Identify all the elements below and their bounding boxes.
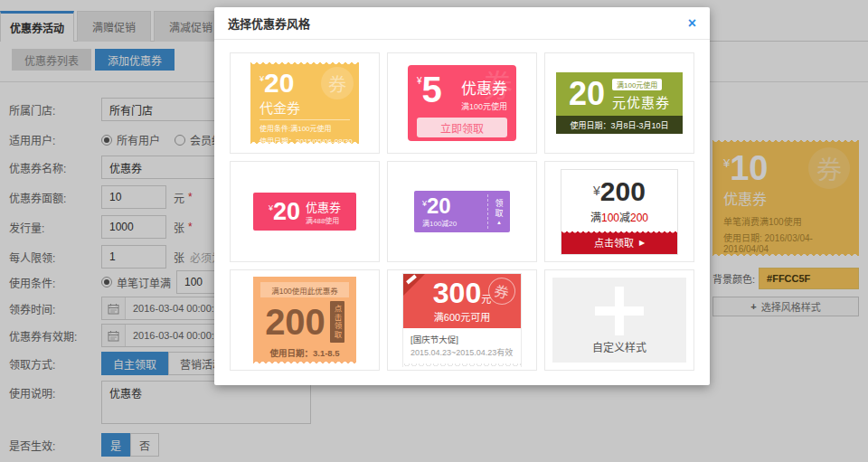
coupon-style-option-4[interactable]: ¥20 优惠券 满488使用: [230, 161, 380, 262]
coupon-card-orange: 满100使用此优惠券 200 点击领取 使用日期：3.1-8.5: [253, 277, 356, 363]
coupon-style-option-6[interactable]: ¥200 满100减200 点击领取 ▶: [544, 161, 694, 262]
coupon3-condition-badge: 满100元使用: [612, 79, 662, 90]
coupon-stamp-icon: 券: [321, 67, 354, 99]
coupon6-amount: ¥200: [561, 170, 677, 205]
coupon7-main: 200 点击领取: [260, 301, 349, 343]
coupon1-condition: 使用条件:满100元使用: [259, 123, 350, 133]
click-claim-button[interactable]: 点击领取: [330, 301, 344, 343]
coupon2-condition: 满100元使用: [461, 100, 507, 112]
coupon2-right: 优惠券 满100元使用: [461, 76, 507, 112]
coupon3-number: 20: [569, 78, 605, 110]
coupon-card-purple: ¥20 满100减20 领取 ▲: [414, 191, 510, 232]
coupon-style-option-7[interactable]: 满100使用此优惠券 200 点击领取 使用日期：3.1-8.5: [230, 269, 380, 371]
coupon8-white-section: [国庆节大促] 2015.04.23~2015.04.23有效: [403, 328, 521, 363]
coupon2-name: 优惠券: [461, 76, 507, 99]
coupon1-name: 代金券: [259, 98, 350, 120]
coupon-style-option-2[interactable]: 券 ¥5 优惠券 满100元使用 立即领取: [387, 52, 537, 154]
coupon2-amount: ¥5: [417, 72, 442, 107]
close-icon[interactable]: ×: [688, 16, 696, 31]
coupon3-date-bar: 使用日期：3月8日-3月10日: [556, 116, 683, 134]
coupon-card-white-red: ¥200 满100减200 点击领取 ▶: [561, 169, 678, 255]
coupon7-number: 200: [265, 305, 326, 339]
coupon7-date: 使用日期：3.1-8.5: [260, 346, 349, 359]
coupon3-name: 元优惠券: [612, 92, 670, 111]
coupon8-number: 300: [433, 277, 481, 309]
coupon5-left: ¥20 满100减20: [414, 191, 487, 232]
triangle-right-icon: ▶: [639, 239, 645, 247]
coupon6-cond-num2: 200: [630, 212, 648, 224]
custom-style-card: 自定义样式: [552, 278, 686, 363]
modal-body: ¥20 代金券 使用条件:满100元使用 使用日期：2015/05/06-08/…: [214, 40, 710, 385]
coupon4-right: 优惠券 满488使用: [306, 198, 341, 225]
wavy-edge: [403, 363, 521, 367]
modal-header: 选择优惠券风格 ×: [214, 7, 710, 40]
coupon5-condition: 满100减20: [422, 218, 487, 228]
custom-style-label: 自定义样式: [592, 339, 646, 354]
coupon-style-option-1[interactable]: ¥20 代金券 使用条件:满100元使用 使用日期：2015/05/06-08/…: [230, 52, 380, 154]
coupon8-date: 2015.04.23~2015.04.23有效: [410, 346, 514, 358]
click-claim-button[interactable]: 点击领取 ▶: [561, 231, 677, 254]
coupon-card-yellow: ¥20 代金券 使用条件:满100元使用 使用日期：2015/05/06-08/…: [250, 62, 359, 144]
coupon2-top: ¥5 优惠券 满100元使用: [417, 72, 507, 112]
coupon8-condition: 满600元可用: [434, 309, 490, 324]
coupon4-condition: 满488使用: [306, 215, 341, 225]
coupon-style-grid: ¥20 代金券 使用条件:满100元使用 使用日期：2015/05/06-08/…: [230, 52, 694, 371]
coupon-style-option-5[interactable]: ¥20 满100减20 领取 ▲: [387, 161, 537, 262]
coupon6-cond-num1: 100: [601, 212, 619, 224]
coupon8-amount: 300元: [433, 278, 491, 307]
coupon6-currency: ¥: [593, 184, 600, 198]
coupon-style-option-8[interactable]: 券 300元 满600元可用 [国庆节大促] 2015.04.23~2015.0…: [387, 269, 537, 371]
coupon-style-option-3[interactable]: 20 满100元使用 元优惠券 使用日期：3月8日-3月10日: [544, 52, 694, 154]
coupon6-condition: 满100减200: [561, 209, 677, 224]
modal-title: 选择优惠券风格: [228, 14, 310, 32]
coupon5-number: 20: [427, 193, 451, 218]
plus-icon: [595, 287, 644, 335]
coupon1-number: 20: [264, 68, 294, 98]
coupon-card-rose: ¥20 优惠券 满488使用: [253, 193, 356, 231]
coupon4-amount: ¥20: [269, 200, 300, 224]
claim-now-button[interactable]: 立即领取: [417, 118, 507, 137]
coupon-card-green: 20 满100元使用 元优惠券 使用日期：3月8日-3月10日: [556, 72, 683, 134]
coupon7-banner: 满100使用此优惠券: [260, 282, 349, 297]
coupon4-number: 20: [273, 198, 300, 225]
coupon2-number: 5: [422, 70, 442, 109]
coupon3-main: 20 满100元使用 元优惠券: [556, 72, 683, 116]
coupon5-claim[interactable]: 领取 ▲: [488, 191, 510, 232]
coupon-style-modal: 选择优惠券风格 × ¥20 代金券 使用条件:满100元使用 使用日期：2015…: [214, 7, 710, 385]
coupon3-right: 满100元使用 元优惠券: [612, 78, 670, 111]
coupon-card-pink: 券 ¥5 优惠券 满100元使用 立即领取: [408, 65, 516, 141]
triangle-up-icon: ▲: [496, 220, 502, 225]
click-claim-label: 点击领取: [594, 235, 634, 250]
claim-label: 领取: [494, 199, 505, 219]
coupon4-name: 优惠券: [306, 198, 341, 215]
coupon6-cond-text2: 减: [619, 212, 630, 224]
coupon-style-option-custom[interactable]: 自定义样式: [544, 269, 694, 371]
coupon5-amount: ¥20: [422, 195, 487, 217]
coupon8-tag: [国庆节大促]: [410, 333, 514, 345]
coupon-card-red-white: 券 300元 满600元可用 [国庆节大促] 2015.04.23~2015.0…: [402, 273, 522, 367]
coupon8-red-section: 券 300元 满600元可用: [403, 274, 521, 328]
coupon1-date: 使用日期：2015/05/06-08/30: [259, 136, 350, 146]
corner-ribbon-icon: [403, 274, 425, 296]
coupon6-number: 200: [600, 176, 646, 206]
coupon6-cond-text1: 满: [590, 212, 601, 224]
